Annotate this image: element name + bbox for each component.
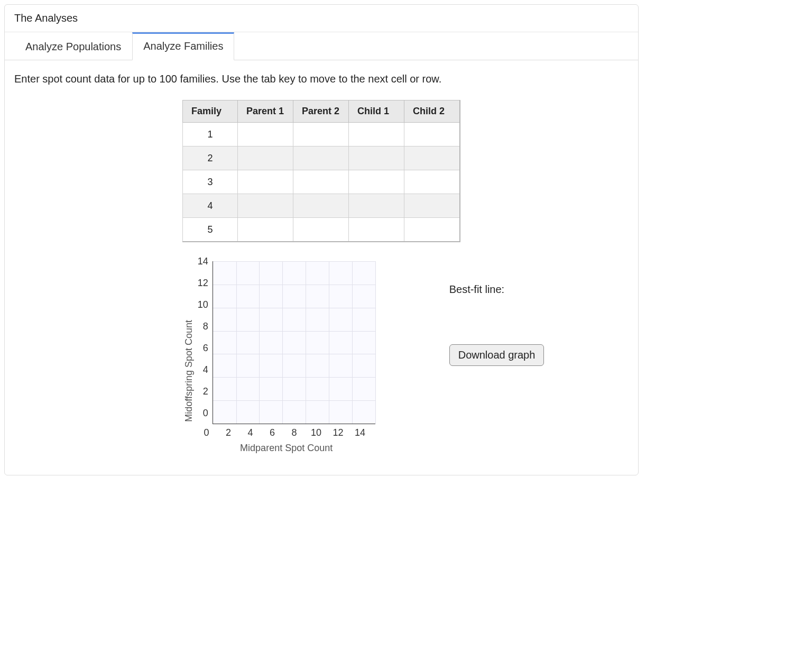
child2-input[interactable] — [404, 218, 459, 241]
x-tick: 0 — [196, 427, 218, 438]
child2-input[interactable] — [404, 146, 459, 170]
child2-input[interactable] — [404, 170, 459, 194]
family-number: 3 — [183, 170, 238, 194]
x-axis-ticks: 0 2 4 6 8 10 12 14 — [196, 427, 371, 438]
tab-analyze-populations[interactable]: Analyze Populations — [14, 34, 132, 60]
tab-bar: Analyze Populations Analyze Families — [5, 32, 638, 60]
tab-analyze-families[interactable]: Analyze Families — [132, 32, 234, 60]
child1-input[interactable] — [349, 123, 404, 146]
parent1-input[interactable] — [238, 146, 293, 170]
y-axis-ticks: 14 12 10 8 6 4 2 0 — [198, 256, 213, 419]
y-tick: 12 — [198, 278, 208, 289]
parent2-input[interactable] — [293, 170, 348, 194]
table-row: 5 — [183, 218, 460, 242]
child1-input[interactable] — [349, 218, 404, 241]
y-tick: 8 — [198, 321, 208, 332]
best-fit-label: Best-fit line: — [449, 283, 545, 296]
y-tick: 14 — [198, 256, 208, 267]
x-tick: 6 — [261, 427, 283, 438]
x-tick: 14 — [349, 427, 371, 438]
y-tick: 2 — [198, 386, 208, 397]
child2-input[interactable] — [404, 123, 459, 146]
x-tick: 12 — [327, 427, 349, 438]
col-header-parent1: Parent 1 — [238, 100, 293, 123]
instructions-text: Enter spot count data for up to 100 fami… — [14, 73, 629, 85]
y-tick: 6 — [198, 343, 208, 354]
child1-input[interactable] — [349, 194, 404, 217]
chart-side-panel: Best-fit line: Download graph — [449, 261, 545, 366]
parent1-input[interactable] — [238, 170, 293, 194]
col-header-child1: Child 1 — [349, 100, 404, 123]
family-number: 4 — [183, 194, 238, 218]
x-tick: 2 — [217, 427, 239, 438]
families-table: Family Parent 1 Parent 2 Child 1 Child 2… — [182, 100, 460, 242]
child1-input[interactable] — [349, 170, 404, 194]
y-tick: 0 — [198, 408, 208, 419]
x-axis-label: Midparent Spot Count — [240, 443, 333, 454]
panel-title: The Analyses — [5, 5, 638, 32]
download-graph-button[interactable]: Download graph — [449, 344, 545, 366]
table-row: 4 — [183, 194, 460, 218]
plot-area — [213, 261, 375, 424]
parent1-input[interactable] — [238, 218, 293, 241]
family-number: 1 — [183, 123, 238, 146]
table-row: 3 — [183, 170, 460, 194]
col-header-child2: Child 2 — [404, 100, 460, 123]
x-tick: 4 — [239, 427, 262, 438]
scatter-chart: Midoffspring Spot Count 14 12 10 8 6 4 2… — [183, 261, 375, 454]
parent1-input[interactable] — [238, 194, 293, 217]
x-tick: 8 — [283, 427, 306, 438]
y-tick: 4 — [198, 364, 208, 375]
parent2-input[interactable] — [293, 123, 348, 146]
parent1-input[interactable] — [238, 123, 293, 146]
x-tick: 10 — [305, 427, 327, 438]
child1-input[interactable] — [349, 146, 404, 170]
y-tick: 10 — [198, 299, 208, 310]
table-row: 1 — [183, 123, 460, 146]
analyses-panel: The Analyses Analyze Populations Analyze… — [4, 4, 639, 475]
family-number: 5 — [183, 218, 238, 242]
col-header-parent2: Parent 2 — [293, 100, 349, 123]
child2-input[interactable] — [404, 194, 459, 217]
y-axis-label: Midoffspring Spot Count — [183, 294, 195, 422]
parent2-input[interactable] — [293, 218, 348, 241]
tab-content: Enter spot count data for up to 100 fami… — [5, 60, 638, 454]
table-row: 2 — [183, 146, 460, 170]
parent2-input[interactable] — [293, 146, 348, 170]
parent2-input[interactable] — [293, 194, 348, 217]
family-number: 2 — [183, 146, 238, 170]
col-header-family: Family — [183, 100, 238, 123]
lower-section: Midoffspring Spot Count 14 12 10 8 6 4 2… — [14, 261, 629, 454]
